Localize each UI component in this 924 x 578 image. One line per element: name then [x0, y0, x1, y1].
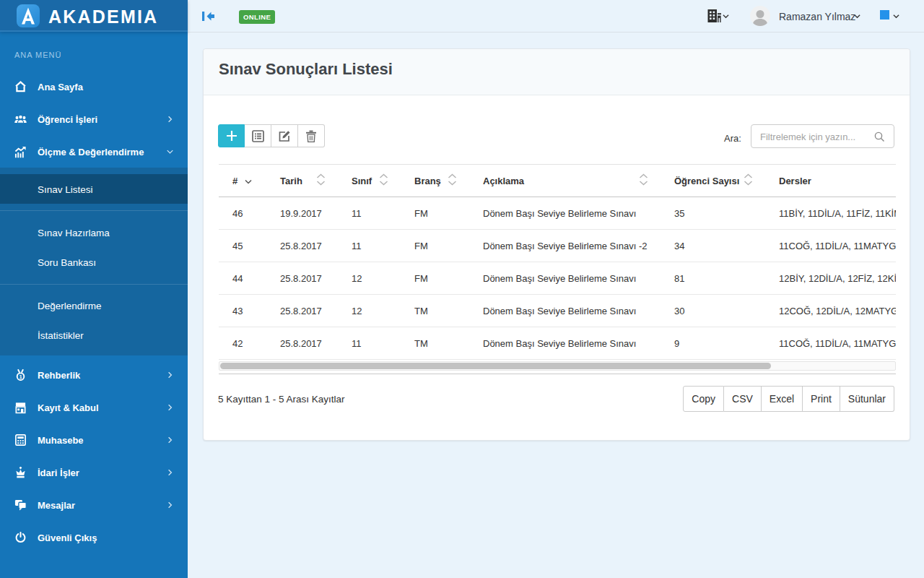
- svg-text:1: 1: [19, 373, 22, 379]
